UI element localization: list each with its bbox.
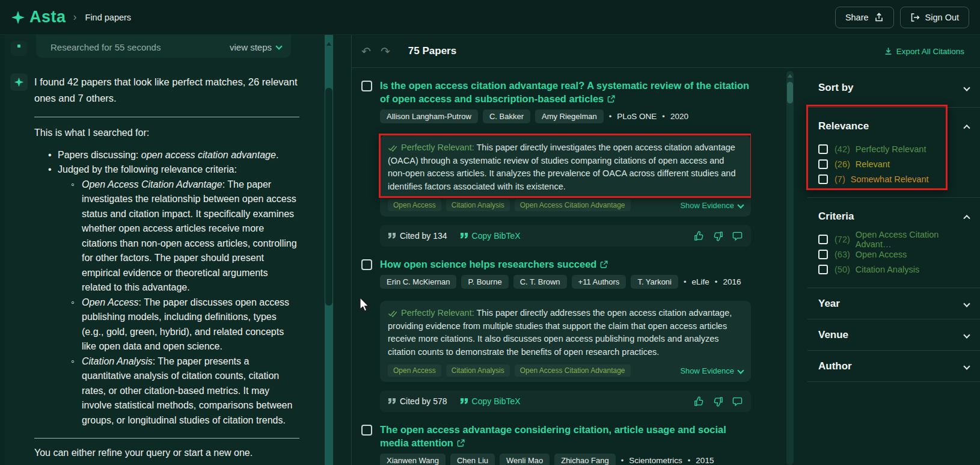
show-evidence-button[interactable]: Show Evidence xyxy=(680,201,743,210)
author-chip[interactable]: C. T. Brown xyxy=(513,275,567,289)
year-label: 2015 xyxy=(696,456,714,465)
year-label: 2020 xyxy=(670,112,688,121)
thumbs-up-icon[interactable] xyxy=(694,231,704,241)
criterion-tag[interactable]: Open Access xyxy=(388,365,441,377)
undo-icon[interactable]: ↶ xyxy=(361,46,371,57)
show-evidence-label: Show Evidence xyxy=(680,201,734,210)
scroll-up-arrow[interactable] xyxy=(788,74,792,78)
filter-item-open-access[interactable]: (63) Open Access xyxy=(818,247,969,262)
author-chip[interactable]: Erin C. McKiernan xyxy=(380,275,456,289)
quote-icon xyxy=(388,398,396,404)
criterion-term: Open Access xyxy=(82,297,139,307)
year-filter-section[interactable]: Year xyxy=(807,288,980,319)
filter-label: Citation Analysis xyxy=(856,265,919,274)
redo-icon[interactable]: ↷ xyxy=(381,46,390,57)
scrollbar-thumb[interactable] xyxy=(325,88,332,306)
filter-checkbox[interactable] xyxy=(818,174,828,184)
external-link-icon[interactable] xyxy=(607,95,615,103)
thumbs-down-icon[interactable] xyxy=(713,396,723,407)
results-list: Is the open access citation advantage re… xyxy=(361,68,751,465)
separator-dot xyxy=(662,112,665,121)
paper-title[interactable]: How open science helps researchers succe… xyxy=(380,257,608,271)
share-button[interactable]: Share xyxy=(835,7,894,28)
chat-scrollbar[interactable] xyxy=(325,35,333,465)
author-chip[interactable]: T. Yarkoni xyxy=(631,275,678,289)
separator-dot xyxy=(688,456,691,465)
relevance-section-header[interactable]: Relevance xyxy=(818,120,969,132)
author-chip[interactable]: Amy Riegelman xyxy=(535,109,604,123)
bullet-text: Papers discussing: xyxy=(58,150,141,160)
paper-checkbox[interactable] xyxy=(361,259,372,270)
sign-out-button[interactable]: Sign Out xyxy=(900,7,969,28)
filter-checkbox[interactable] xyxy=(818,159,828,169)
criterion-tag[interactable]: Citation Analysis xyxy=(446,199,510,211)
filter-item-relevant[interactable]: (26) Relevant xyxy=(818,156,969,171)
venue-label: Scientometrics xyxy=(629,456,682,465)
thumbs-down-icon[interactable] xyxy=(713,231,723,241)
export-all-citations-button[interactable]: Export All Citations xyxy=(884,47,964,56)
paper-checkbox[interactable] xyxy=(361,425,372,436)
filter-checkbox[interactable] xyxy=(818,144,828,154)
relevance-filter-section: Relevance (42) Perfectly Relevant (26) R… xyxy=(807,108,980,198)
author-chip[interactable]: P. Bourne xyxy=(461,275,508,289)
paper-card: The open access advantage considering ci… xyxy=(361,412,751,465)
divider xyxy=(34,438,299,439)
results-scrollbar[interactable] xyxy=(786,71,794,465)
show-evidence-button[interactable]: Show Evidence xyxy=(680,366,743,375)
filter-checkbox[interactable] xyxy=(818,265,828,274)
paper-title[interactable]: The open access advantage considering ci… xyxy=(380,423,751,449)
chevron-down-icon xyxy=(963,84,970,91)
criterion-tag[interactable]: Open Access xyxy=(388,199,441,211)
comment-icon[interactable] xyxy=(732,231,743,241)
author-chip[interactable]: Wenli Mao xyxy=(500,454,550,465)
filter-item-oaca[interactable]: (72) Open Access Citation Advant… xyxy=(818,232,969,247)
share-button-label: Share xyxy=(845,13,869,22)
criterion-tag[interactable]: Open Access Citation Advantage xyxy=(515,199,631,211)
breadcrumb[interactable]: Find papers xyxy=(85,13,132,22)
citation-bar: Cited by 578 Copy BibTeX xyxy=(380,390,751,412)
relevance-label: Perfectly Relevant: xyxy=(401,143,474,152)
filter-checkbox[interactable] xyxy=(818,250,828,259)
chevron-down-icon xyxy=(963,331,970,338)
external-link-icon[interactable] xyxy=(457,439,465,447)
chevron-up-icon xyxy=(963,215,970,221)
app-logo[interactable]: Asta xyxy=(11,8,66,26)
breadcrumb-chevron-icon: › xyxy=(73,11,77,23)
scroll-up-arrow[interactable] xyxy=(326,42,331,46)
tag-row: Open Access Citation Analysis Open Acces… xyxy=(380,363,751,382)
paper-title[interactable]: Is the open access citation advantage re… xyxy=(380,79,751,105)
author-chip[interactable]: Xianwen Wang xyxy=(380,454,446,465)
filter-item-somewhat-relevant[interactable]: (7) Somewhat Relevant xyxy=(818,171,969,186)
chat-panel: Researched for 55 seconds view steps I f… xyxy=(5,35,334,465)
assistant-sparkle-icon xyxy=(14,77,24,87)
sort-by-section[interactable]: Sort by xyxy=(807,68,980,108)
author-filter-section[interactable]: Author xyxy=(807,351,980,382)
cited-by-count: Cited by 134 xyxy=(400,231,447,241)
copy-bibtex-button[interactable]: Copy BibTeX xyxy=(461,396,521,406)
scrollbar-thumb[interactable] xyxy=(787,82,793,103)
venue-filter-section[interactable]: Venue xyxy=(807,319,980,351)
author-chip[interactable]: Chen Liu xyxy=(450,454,495,465)
thumbs-up-icon[interactable] xyxy=(694,396,704,407)
filter-count: (7) xyxy=(835,174,845,184)
copy-bibtex-button[interactable]: Copy BibTeX xyxy=(461,231,521,241)
filter-item-perfectly-relevant[interactable]: (42) Perfectly Relevant xyxy=(818,141,969,156)
external-link-icon[interactable] xyxy=(600,260,608,268)
criteria-section-header[interactable]: Criteria xyxy=(818,211,969,223)
filter-item-citation-analysis[interactable]: (50) Citation Analysis xyxy=(818,262,969,277)
filter-label: Relevant xyxy=(856,159,890,169)
view-steps-button[interactable]: view steps xyxy=(230,42,281,52)
more-authors-chip[interactable]: +11 Authors xyxy=(572,275,626,289)
paper-checkbox[interactable] xyxy=(361,81,372,91)
comment-icon[interactable] xyxy=(732,396,743,407)
author-chip[interactable]: C. Bakker xyxy=(483,109,530,123)
quote-icon xyxy=(461,398,468,404)
panel-divider xyxy=(351,35,352,465)
results-header: ↶ ↷ 75 Papers Export All Citations xyxy=(352,35,980,68)
criterion-tag[interactable]: Citation Analysis xyxy=(446,365,510,377)
criterion-tag[interactable]: Open Access Citation Advantage xyxy=(515,365,631,377)
download-icon xyxy=(884,47,892,55)
author-chip[interactable]: Allison Langham-Putrow xyxy=(380,109,478,123)
author-chip[interactable]: Zhichao Fang xyxy=(554,454,616,465)
filter-checkbox[interactable] xyxy=(818,235,828,244)
